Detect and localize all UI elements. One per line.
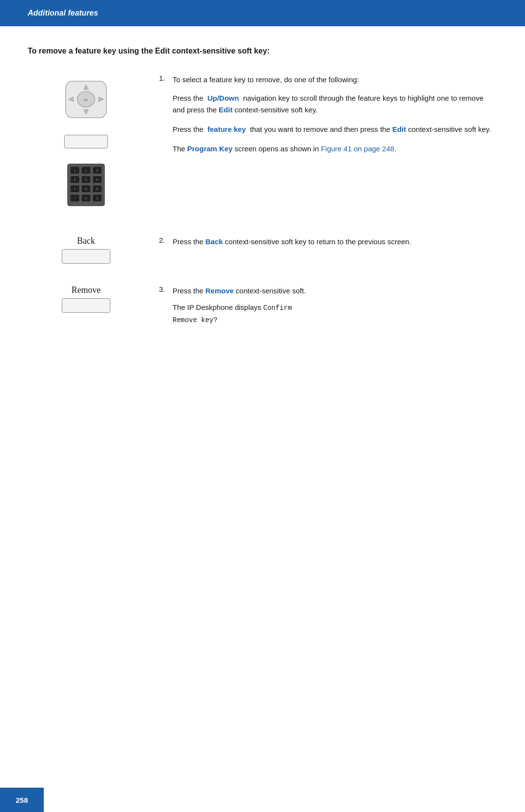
step3-row: 3. Press the Remove context-sensitive so… <box>159 285 497 325</box>
step3-number: 3. <box>159 285 173 325</box>
remove-button-icon <box>62 298 110 313</box>
step1-number: 1. <box>159 74 173 161</box>
main-content: To remove a feature key using the Edit c… <box>0 26 525 399</box>
remove-label: Remove <box>71 285 101 295</box>
back-highlight: Back <box>206 237 223 246</box>
header-title: Additional features <box>28 9 98 17</box>
svg-text:8: 8 <box>85 187 87 191</box>
step1-intro: To select a feature key to remove, do on… <box>173 74 497 86</box>
keypad-icon: 1 2 3 4 5 6 7 8 9 * 0 # <box>67 163 105 207</box>
step3-note: The IP Deskphone displays Confirm Remove… <box>173 302 497 325</box>
remove-key-mono: Remove key? <box>173 316 217 324</box>
step3-illustrations: Remove <box>28 285 144 313</box>
svg-text:#: # <box>96 197 98 200</box>
svg-text:6: 6 <box>96 178 98 181</box>
step1-content: To select a feature key to remove, do on… <box>173 74 497 161</box>
programkey-highlight: Program Key <box>187 144 232 153</box>
remove-highlight: Remove <box>206 287 234 295</box>
svg-text:4: 4 <box>74 178 76 181</box>
back-button-icon <box>62 249 110 264</box>
svg-text:9: 9 <box>96 187 98 191</box>
svg-text:5: 5 <box>85 178 87 181</box>
step2-number: 2. <box>159 236 173 248</box>
step1-block: ↵ <box>28 74 497 217</box>
svg-text:*: * <box>74 197 76 200</box>
svg-text:2: 2 <box>85 169 87 172</box>
step2-block: Back 2. Press the Back context-sensitive… <box>28 236 497 264</box>
softkey-icon-1 <box>64 135 108 148</box>
svg-text:1: 1 <box>74 169 76 172</box>
svg-text:0: 0 <box>85 197 87 200</box>
svg-text:↵: ↵ <box>84 97 88 103</box>
step2-content: Press the Back context-sensitive soft ke… <box>173 236 497 248</box>
edit-highlight-1: Edit <box>219 106 232 114</box>
page-number: 258 <box>16 796 28 804</box>
step1-text: 1. To select a feature key to remove, do… <box>144 74 497 176</box>
svg-text:3: 3 <box>96 169 98 172</box>
header-bar: Additional features <box>0 0 525 26</box>
page-footer: 258 <box>0 788 44 812</box>
section-heading: To remove a feature key using the Edit c… <box>28 46 497 56</box>
step2-text: 2. Press the Back context-sensitive soft… <box>144 236 497 263</box>
step1-note: The Program Key screen opens as shown in… <box>173 143 497 155</box>
step3-block: Remove 3. Press the Remove context-sensi… <box>28 285 497 341</box>
step2-illustrations: Back <box>28 236 144 264</box>
step1-row: 1. To select a feature key to remove, do… <box>159 74 497 161</box>
nav-key-icon: ↵ <box>62 79 110 120</box>
step3-body: Press the Remove context-sensitive soft. <box>173 285 497 297</box>
step1-illustrations: ↵ <box>28 74 144 217</box>
back-label: Back <box>77 236 95 246</box>
confirm-mono: Confirm <box>263 304 292 312</box>
step1-sub2: Press the feature key that you want to r… <box>173 124 497 135</box>
svg-text:7: 7 <box>74 187 76 191</box>
step3-content: Press the Remove context-sensitive soft.… <box>173 285 497 325</box>
step2-body: Press the Back context-sensitive soft ke… <box>173 236 497 248</box>
featurekey-highlight: feature key <box>208 125 246 133</box>
step1-sub1: Press the Up/Down navigation key to scro… <box>173 92 497 116</box>
step2-row: 2. Press the Back context-sensitive soft… <box>159 236 497 248</box>
figure-link[interactable]: Figure 41 on page 248 <box>321 144 394 153</box>
step3-text: 3. Press the Remove context-sensitive so… <box>144 285 497 341</box>
edit-highlight-2: Edit <box>392 125 406 133</box>
updown-highlight: Up/Down <box>208 94 239 102</box>
